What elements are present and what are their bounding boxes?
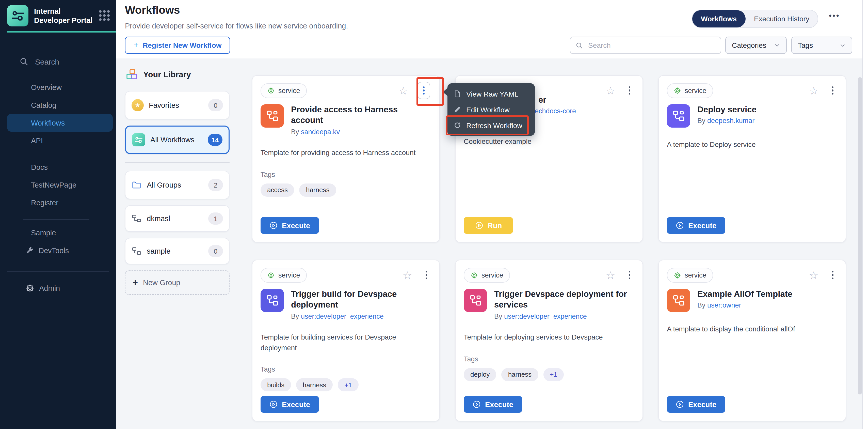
internal-developer-portal-app: Internal Developer Portal Search Overvie… xyxy=(0,0,868,429)
tag-chip[interactable]: harness xyxy=(300,183,336,196)
library-item-all-groups[interactable]: All Groups 2 xyxy=(125,171,229,199)
page-header: Workflows Provide developer self-service… xyxy=(116,0,868,58)
kebab-menu-button[interactable] xyxy=(828,268,838,282)
register-new-workflow-button[interactable]: + Register New Workflow xyxy=(125,37,230,54)
tags-block: Tags deploy harness +1 xyxy=(464,355,634,381)
favorite-star-icon[interactable]: ☆ xyxy=(398,85,408,96)
categories-dropdown[interactable]: Categories xyxy=(725,37,787,54)
tags-block: Tags access harness xyxy=(260,171,431,196)
sidebar-search-label: Search xyxy=(35,57,59,66)
workflow-title: Example AllOf Template xyxy=(698,289,792,299)
pencil-icon xyxy=(454,106,461,113)
page-subtitle: Provide developer self-service for flows… xyxy=(125,22,348,30)
favorite-star-icon[interactable]: ☆ xyxy=(606,85,615,96)
sidebar-item-devtools[interactable]: DevTools xyxy=(7,241,113,259)
menu-item-view-raw-yaml[interactable]: View Raw YAML xyxy=(447,86,535,102)
workflow-description: A template to display the conditional al… xyxy=(667,324,838,335)
favorite-star-icon[interactable]: ☆ xyxy=(606,270,615,280)
search-input[interactable] xyxy=(587,41,716,50)
workflow-card-deploy-service: service ☆ xyxy=(658,75,846,242)
count-badge: 14 xyxy=(208,134,222,146)
sidebar-item-testnewpage[interactable]: TestNewPage xyxy=(7,176,113,194)
sidebar-search[interactable]: Search xyxy=(19,57,109,66)
execute-button[interactable]: Execute xyxy=(667,396,725,413)
tag-chip[interactable]: harness xyxy=(296,378,333,392)
search-icon xyxy=(19,57,28,66)
menu-item-refresh-workflow[interactable]: Refresh Workflow xyxy=(447,117,535,133)
group-icon xyxy=(131,246,142,256)
tags-dropdown[interactable]: Tags xyxy=(791,37,852,54)
gear-icon xyxy=(470,271,478,279)
sidebar-divider xyxy=(23,219,89,220)
library-item-dkmasl[interactable]: dkmasl 1 xyxy=(125,205,229,232)
library-header: Your Library xyxy=(126,68,229,81)
kebab-menu-button[interactable] xyxy=(624,268,634,282)
sidebar: Internal Developer Portal Search Overvie… xyxy=(0,0,116,429)
tags-block: Tags builds harness +1 xyxy=(260,366,431,392)
sidebar-item-admin[interactable]: Admin xyxy=(7,279,113,297)
harness-idp-logo-icon xyxy=(7,5,28,26)
workflow-title: Trigger Devspace deployment for services xyxy=(494,289,634,311)
author-link[interactable]: sandeepa.kv xyxy=(301,128,340,136)
author-link[interactable]: user:developer_experience xyxy=(504,313,587,320)
sidebar-item-register[interactable]: Register xyxy=(7,194,113,211)
author-link-fragment[interactable]: echdocs-core xyxy=(535,107,576,115)
scrollbar-track xyxy=(862,0,868,429)
chevron-down-icon xyxy=(840,42,846,48)
gear-icon xyxy=(25,283,34,292)
tag-chip[interactable]: builds xyxy=(260,378,291,392)
tag-chip[interactable]: harness xyxy=(501,368,538,381)
search-icon xyxy=(576,41,583,49)
favorites-star-icon: ★ xyxy=(131,99,144,111)
workflow-icon xyxy=(260,104,284,127)
favorite-star-icon[interactable]: ☆ xyxy=(809,270,818,280)
sidebar-item-api[interactable]: API xyxy=(7,132,113,149)
more-options-button[interactable]: ••• xyxy=(829,11,840,20)
count-badge: 2 xyxy=(208,179,223,191)
library-item-favorites[interactable]: ★ Favorites 0 xyxy=(125,91,229,119)
plus-icon: + xyxy=(133,40,138,50)
sidebar-item-docs[interactable]: Docs xyxy=(7,158,113,176)
tab-execution-history[interactable]: Execution History xyxy=(745,10,818,27)
kebab-menu-button[interactable] xyxy=(417,82,430,99)
workflow-description: A template to Deploy service xyxy=(667,140,838,150)
kebab-menu-button[interactable] xyxy=(624,83,634,98)
library-item-all-workflows[interactable]: All Workflows 14 xyxy=(125,125,229,154)
scrollbar-thumb[interactable] xyxy=(858,77,862,395)
run-button[interactable]: Run xyxy=(464,217,513,234)
execute-button[interactable]: Execute xyxy=(260,396,319,413)
menu-item-edit-workflow[interactable]: Edit Workflow xyxy=(447,102,535,117)
category-chip: service xyxy=(667,267,713,282)
tab-workflows[interactable]: Workflows xyxy=(692,10,745,27)
workflow-icon xyxy=(667,104,690,127)
sidebar-item-catalog[interactable]: Catalog xyxy=(7,96,113,114)
favorite-star-icon[interactable]: ☆ xyxy=(403,270,412,280)
execute-button[interactable]: Execute xyxy=(260,217,319,234)
library-cubes-icon xyxy=(126,68,138,81)
category-chip: service xyxy=(260,267,307,282)
author-link[interactable]: deepesh.kumar xyxy=(707,117,754,125)
tag-chip-more[interactable]: +1 xyxy=(338,378,359,392)
tag-chip[interactable]: access xyxy=(260,183,294,196)
workflow-card-example-allof: service ☆ xyxy=(658,260,846,421)
sidebar-item-overview[interactable]: Overview xyxy=(7,78,113,96)
execute-button[interactable]: Execute xyxy=(667,217,725,234)
workflow-title-fragment: er xyxy=(538,95,546,105)
workflow-description: Cookiecutter example xyxy=(464,137,531,147)
kebab-menu-button[interactable] xyxy=(421,268,431,282)
favorite-star-icon[interactable]: ☆ xyxy=(809,85,818,96)
tag-chip-more[interactable]: +1 xyxy=(543,368,564,381)
sidebar-item-workflows[interactable]: Workflows xyxy=(7,114,113,132)
page-title: Workflows xyxy=(125,4,180,17)
author-link[interactable]: user:developer_experience xyxy=(301,313,384,320)
refresh-icon xyxy=(454,121,461,129)
library-item-sample[interactable]: sample 0 xyxy=(125,238,229,264)
sidebar-item-sample[interactable]: Sample xyxy=(7,224,113,241)
wrench-icon xyxy=(25,246,34,255)
tag-chip[interactable]: deploy xyxy=(464,368,496,381)
execute-button[interactable]: Execute xyxy=(464,396,522,413)
author-link[interactable]: user:owner xyxy=(707,302,741,309)
new-group-button[interactable]: + New Group xyxy=(125,270,229,295)
kebab-menu-button[interactable] xyxy=(828,83,838,98)
apps-grid-icon[interactable] xyxy=(99,5,110,21)
